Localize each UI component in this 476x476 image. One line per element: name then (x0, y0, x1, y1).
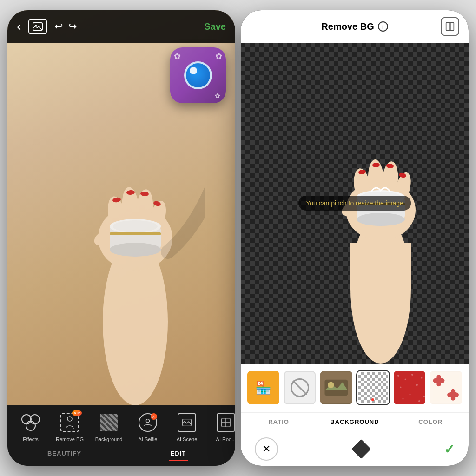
svg-point-59 (437, 375, 442, 379)
bottom-tabs: BEAUTIFY EDIT (7, 446, 235, 461)
svg-point-53 (409, 394, 410, 395)
ai-room-icon-wrap (214, 411, 235, 434)
svg-rect-57 (430, 372, 462, 404)
gallery-icon (33, 22, 43, 31)
effects-icon (21, 414, 40, 431)
screens-container: ‹ ↩ ↪ Save (7, 10, 469, 466)
ai-selfie-icon: AI (139, 413, 157, 432)
diamond-icon (351, 439, 370, 459)
svg-point-66 (448, 392, 452, 397)
svg-point-62 (437, 382, 442, 387)
svg-point-45 (328, 382, 334, 388)
transparent-background: You can pinch to resize the image (241, 43, 469, 364)
svg-point-56 (418, 400, 420, 402)
background-label: Background (95, 436, 123, 442)
ai-scene-label: AI Scene (177, 436, 198, 442)
ai-label: AI (151, 413, 157, 420)
tab-color[interactable]: COLOR (393, 413, 469, 431)
no-bg-icon (291, 378, 309, 397)
right-actions-row: ✕ ✓ (241, 431, 469, 466)
right-header: Remove BG i (241, 10, 469, 43)
compare-button[interactable] (441, 17, 459, 36)
cutout-hand (316, 66, 446, 364)
ai-selfie-label: AI Selfie (139, 436, 158, 442)
svg-point-51 (400, 387, 401, 388)
effects-circle-3 (26, 421, 36, 431)
save-button[interactable]: Save (204, 21, 226, 32)
svg-point-55 (402, 398, 403, 400)
svg-point-60 (440, 378, 445, 383)
left-bottom-toolbar: Effects VIP (7, 405, 235, 466)
bg-option-red[interactable] (394, 371, 426, 404)
removebg-label: Remove BG (56, 436, 84, 442)
svg-point-39 (357, 213, 405, 226)
effects-label: Effects (23, 436, 38, 442)
bg-option-gallery[interactable] (320, 371, 352, 404)
bg-option-none[interactable] (284, 371, 316, 404)
tool-background[interactable]: Background (90, 411, 127, 442)
right-bottom-toolbar: 🏪 (241, 364, 469, 466)
phone-left: ‹ ↩ ↪ Save (7, 10, 235, 466)
ai-selfie-icon-wrap: AI (136, 411, 159, 434)
bg-option-transparent[interactable] (357, 371, 389, 404)
right-header-title: Remove BG i (321, 21, 388, 32)
tab-ratio[interactable]: RATIO (241, 413, 317, 431)
svg-point-65 (455, 392, 459, 397)
tab-edit[interactable]: EDIT (121, 446, 235, 461)
app-icon-inner: ✿ ✿ ✿ (170, 47, 226, 103)
gallery-button[interactable] (28, 19, 47, 34)
info-button[interactable]: i (378, 21, 388, 32)
undo-button[interactable]: ↩ (54, 20, 63, 33)
svg-point-15 (110, 243, 161, 257)
sakura-decor-tl: ✿ (174, 51, 181, 61)
right-tabs: RATIO BACKGROUND COLOR (241, 412, 469, 431)
svg-rect-26 (350, 243, 411, 289)
tool-ai-selfie[interactable]: AI AI Selfie (129, 411, 166, 442)
sakura-decor-br: ✿ (215, 92, 220, 99)
svg-rect-23 (446, 23, 450, 31)
background-icon (100, 414, 118, 431)
right-image-area: You can pinch to resize the image (241, 43, 469, 364)
sakura-decor-tr: ✿ (215, 51, 222, 61)
svg-point-20 (146, 419, 149, 423)
confirm-button[interactable]: ✓ (444, 442, 455, 457)
tool-ai-room[interactable]: AI Roo... (207, 411, 235, 442)
back-button[interactable]: ‹ (17, 19, 21, 34)
ai-room-icon (217, 413, 235, 432)
svg-point-54 (423, 396, 425, 397)
svg-point-64 (451, 389, 456, 394)
person-shape (60, 413, 79, 432)
svg-point-17 (113, 220, 158, 232)
svg-point-47 (397, 375, 399, 377)
bg-option-floral[interactable] (430, 371, 462, 404)
tool-effects[interactable]: Effects (12, 411, 49, 442)
redo-button[interactable]: ↪ (68, 20, 77, 33)
erase-button[interactable] (350, 437, 373, 461)
vip-badge: VIP (72, 410, 82, 416)
svg-point-52 (416, 384, 418, 386)
left-header: ‹ ↩ ↪ Save (7, 10, 235, 43)
svg-point-50 (421, 377, 422, 379)
removebg-icon-wrap: VIP (58, 411, 81, 434)
tab-beautify[interactable]: BEAUTIFY (7, 446, 121, 461)
selected-indicator (371, 398, 374, 401)
svg-point-19 (67, 416, 72, 421)
tool-ai-scene[interactable]: AI Scene (168, 411, 205, 442)
phone-right: Remove BG i (241, 10, 469, 466)
app-icon: ✿ ✿ ✿ (170, 47, 226, 103)
svg-point-48 (404, 379, 406, 380)
effects-icon-wrap (19, 411, 42, 434)
close-button[interactable]: ✕ (255, 437, 278, 461)
tools-row: Effects VIP (7, 405, 235, 444)
remove-bg-title: Remove BG (321, 21, 374, 32)
svg-point-61 (433, 378, 438, 383)
removebg-icon: VIP (60, 413, 79, 432)
ai-scene-icon-wrap (175, 411, 198, 434)
svg-point-67 (451, 396, 456, 401)
bg-options-row: 🏪 (241, 364, 469, 412)
background-icon-wrap (97, 411, 120, 434)
tool-remove-bg[interactable]: VIP Remove BG (51, 411, 88, 442)
svg-rect-24 (450, 23, 454, 31)
tab-background[interactable]: BACKGROUND (317, 413, 392, 431)
bg-option-store[interactable]: 🏪 (247, 371, 279, 404)
